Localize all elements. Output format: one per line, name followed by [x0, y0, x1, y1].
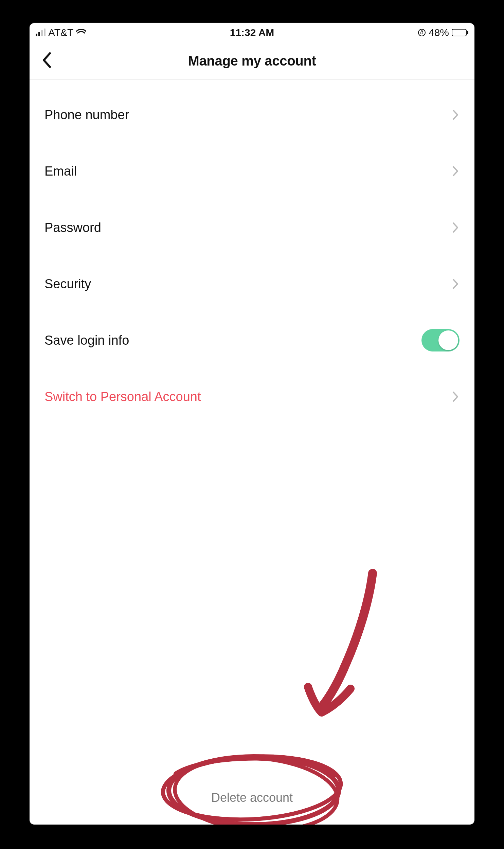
chevron-right-icon [452, 165, 460, 177]
back-button[interactable] [41, 51, 53, 70]
phone-screen: AT&T 11:32 AM [30, 23, 474, 825]
chevron-right-icon [452, 222, 460, 233]
row-save-login: Save login info [30, 312, 474, 368]
page-title: Manage my account [188, 53, 316, 69]
rotation-lock-icon [418, 29, 426, 37]
row-security[interactable]: Security [30, 256, 474, 312]
chevron-right-icon [452, 278, 460, 290]
clock-label: 11:32 AM [180, 27, 324, 38]
row-label: Phone number [44, 108, 129, 122]
row-label: Password [44, 220, 101, 235]
row-label: Save login info [44, 333, 129, 348]
nav-header: Manage my account [30, 42, 474, 80]
svg-point-3 [161, 752, 342, 824]
save-login-toggle[interactable] [421, 329, 460, 351]
signal-bars-icon [36, 29, 46, 36]
chevron-left-icon [41, 51, 53, 69]
svg-point-0 [418, 29, 425, 36]
svg-point-4 [172, 753, 340, 825]
chevron-right-icon [452, 391, 460, 402]
row-label: Email [44, 164, 77, 179]
row-email[interactable]: Email [30, 143, 474, 199]
chevron-right-icon [452, 109, 460, 121]
delete-account-link[interactable]: Delete account [211, 791, 293, 805]
wifi-icon [76, 29, 86, 36]
svg-rect-1 [421, 32, 423, 34]
row-label: Security [44, 277, 91, 291]
carrier-label: AT&T [48, 27, 73, 38]
row-phone-number[interactable]: Phone number [30, 87, 474, 143]
row-password[interactable]: Password [30, 199, 474, 256]
battery-icon [452, 29, 468, 36]
battery-pct-label: 48% [429, 27, 449, 38]
row-label: Switch to Personal Account [44, 390, 201, 404]
row-switch-account[interactable]: Switch to Personal Account [30, 368, 474, 425]
status-bar: AT&T 11:32 AM [30, 23, 474, 42]
